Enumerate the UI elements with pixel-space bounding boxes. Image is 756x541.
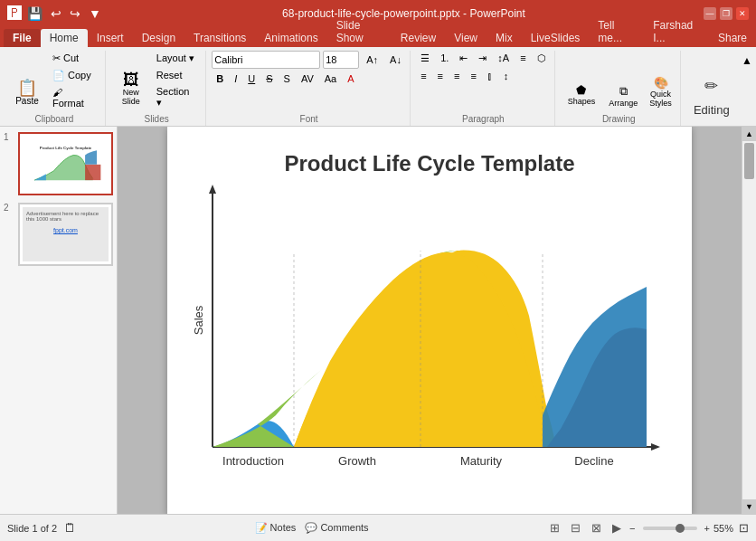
slide-2-thumb[interactable]: Advertisement here to replace this 1000 … bbox=[18, 203, 113, 266]
underline-button[interactable]: U bbox=[243, 71, 260, 86]
align-right-button[interactable]: ≡ bbox=[449, 69, 464, 83]
tab-slideshow[interactable]: Slide Show bbox=[327, 16, 392, 47]
bullets-button[interactable]: ☰ bbox=[416, 51, 434, 66]
justify-button[interactable]: ≡ bbox=[466, 69, 480, 83]
comments-icon: 💬 bbox=[305, 522, 317, 533]
new-slide-button[interactable]: 🖼 New Slide bbox=[113, 67, 149, 110]
line-spacing-button[interactable]: ↕ bbox=[499, 69, 514, 83]
tab-file[interactable]: File bbox=[4, 29, 41, 47]
slide-info: Slide 1 of 2 bbox=[7, 523, 57, 534]
text-shadow-button[interactable]: S bbox=[279, 71, 295, 86]
status-center: 📝 Notes 💬 Comments bbox=[255, 522, 369, 534]
svg-marker-6 bbox=[651, 443, 660, 451]
ribbon-tabs: File Home Insert Design Transitions Anim… bbox=[0, 27, 756, 47]
align-left-button[interactable]: ≡ bbox=[416, 69, 430, 83]
notes-icon[interactable]: 🗒 bbox=[64, 521, 76, 535]
tab-insert[interactable]: Insert bbox=[88, 29, 133, 47]
format-painter-button[interactable]: 🖌 Format bbox=[48, 85, 99, 110]
font-color-button[interactable]: A bbox=[343, 71, 358, 86]
font-family-input[interactable] bbox=[212, 51, 320, 69]
save-button[interactable]: 💾 bbox=[24, 5, 45, 22]
tab-home[interactable]: Home bbox=[41, 29, 88, 47]
tab-animations[interactable]: Animations bbox=[255, 29, 326, 47]
slides-content: 🖼 New Slide Layout ▾ Reset Section ▾ bbox=[113, 51, 201, 114]
fit-slide-button[interactable]: ⊡ bbox=[739, 521, 749, 535]
decrease-indent-button[interactable]: ⇤ bbox=[455, 51, 472, 66]
product-extension-label: Product Extension bbox=[588, 233, 639, 261]
ribbon-collapse[interactable]: ▲ bbox=[742, 51, 752, 126]
slide-panel: 1 Product Life Cycle Template bbox=[0, 127, 118, 514]
tab-tell-me[interactable]: Tell me... bbox=[589, 16, 644, 47]
drawing-label: Drawing bbox=[602, 114, 636, 126]
clipboard-content: 📋 Paste ✂ Cut 📄 Copy 🖌 Format bbox=[9, 51, 99, 114]
svg-text:Maturity: Maturity bbox=[460, 454, 503, 468]
vertical-scrollbar[interactable]: ▲ ▼ bbox=[742, 127, 756, 514]
text-direction-button[interactable]: ↕A bbox=[493, 51, 514, 66]
tab-mix[interactable]: Mix bbox=[487, 29, 522, 47]
undo-button[interactable]: ↩ bbox=[48, 5, 64, 22]
status-left: Slide 1 of 2 🗒 bbox=[7, 521, 76, 535]
increase-indent-button[interactable]: ⇥ bbox=[474, 51, 491, 66]
increase-font-button[interactable]: A↑ bbox=[362, 52, 383, 67]
scroll-thumb[interactable] bbox=[744, 143, 754, 179]
layout-button[interactable]: Layout ▾ bbox=[152, 51, 201, 66]
slide-sorter-button[interactable]: ⊟ bbox=[568, 520, 583, 536]
comments-button[interactable]: 💬 Comments bbox=[305, 522, 368, 534]
tab-transitions[interactable]: Transitions bbox=[184, 29, 255, 47]
decrease-font-button[interactable]: A↓ bbox=[385, 52, 406, 67]
normal-view-button[interactable]: ⊞ bbox=[547, 520, 562, 536]
italic-button[interactable]: I bbox=[230, 71, 241, 86]
clipboard-label: Clipboard bbox=[34, 114, 73, 126]
scroll-down-button[interactable]: ▼ bbox=[742, 499, 756, 514]
tab-view[interactable]: View bbox=[445, 29, 487, 47]
numbering-button[interactable]: 1. bbox=[436, 51, 453, 66]
font-size-input[interactable] bbox=[323, 51, 359, 69]
font-label: Font bbox=[300, 114, 318, 126]
align-center-button[interactable]: ≡ bbox=[433, 69, 448, 83]
slide-canvas[interactable]: Product Life Cycle Template Sales Produc… bbox=[167, 127, 692, 514]
shapes-button[interactable]: ⬟ Shapes bbox=[562, 79, 602, 110]
close-button[interactable]: ✕ bbox=[736, 7, 749, 20]
smartart-button[interactable]: ⬡ bbox=[533, 51, 551, 66]
customize-qa-button[interactable]: ▼ bbox=[86, 5, 104, 22]
zoom-out-button[interactable]: − bbox=[629, 523, 635, 534]
tab-share[interactable]: Share bbox=[709, 29, 756, 47]
font-row2: B I U S S AV Aa A bbox=[212, 71, 358, 86]
reset-button[interactable]: Reset bbox=[152, 68, 201, 82]
align-text-button[interactable]: ≡ bbox=[515, 51, 530, 66]
slide-1-svg: Product Life Cycle Template bbox=[23, 137, 109, 191]
scroll-track[interactable] bbox=[742, 141, 756, 499]
restore-button[interactable]: ❐ bbox=[720, 7, 732, 20]
cut-button[interactable]: ✂ Cut bbox=[48, 51, 99, 66]
scroll-up-button[interactable]: ▲ bbox=[742, 127, 756, 141]
slide-2-link: fppt.com bbox=[23, 225, 109, 233]
new-slide-icon: 🖼 bbox=[123, 71, 139, 88]
reading-view-button[interactable]: ⊠ bbox=[589, 520, 604, 536]
change-case-button[interactable]: Aa bbox=[320, 71, 341, 86]
slide-2-text: Advertisement here to replace this 1000 … bbox=[23, 207, 109, 225]
columns-button[interactable]: ⫿ bbox=[483, 69, 497, 83]
tab-design[interactable]: Design bbox=[133, 29, 184, 47]
bold-button[interactable]: B bbox=[212, 71, 228, 86]
copy-button[interactable]: 📄 Copy bbox=[48, 68, 99, 83]
collapse-icon[interactable]: ▲ bbox=[742, 54, 752, 67]
notes-button[interactable]: 📝 Notes bbox=[255, 522, 297, 534]
tab-user[interactable]: Farshad I... bbox=[644, 16, 709, 47]
strikethrough-button[interactable]: S bbox=[261, 71, 277, 86]
arrange-button[interactable]: ⧉ Arrange bbox=[604, 81, 642, 110]
zoom-slider[interactable] bbox=[643, 527, 697, 530]
section-button[interactable]: Section ▾ bbox=[152, 84, 201, 110]
slide-1-thumb[interactable]: Product Life Cycle Template bbox=[18, 132, 113, 195]
slideshow-view-button[interactable]: ▶ bbox=[610, 520, 624, 536]
paste-button[interactable]: 📋 Paste bbox=[9, 75, 45, 110]
zoom-in-button[interactable]: + bbox=[704, 523, 710, 534]
char-spacing-button[interactable]: AV bbox=[297, 71, 318, 86]
tab-liveslides[interactable]: LiveSlides bbox=[522, 29, 590, 47]
app-icon: 🅿 bbox=[7, 5, 22, 22]
quick-styles-button[interactable]: 🎨 Quick Styles bbox=[645, 73, 676, 110]
canvas-area: Product Life Cycle Template Sales Produc… bbox=[118, 127, 742, 514]
tab-review[interactable]: Review bbox=[392, 29, 445, 47]
editing-mode-label: ✏ Editing bbox=[688, 72, 735, 120]
paragraph-label: Paragraph bbox=[462, 114, 505, 126]
redo-button[interactable]: ↪ bbox=[67, 5, 83, 22]
